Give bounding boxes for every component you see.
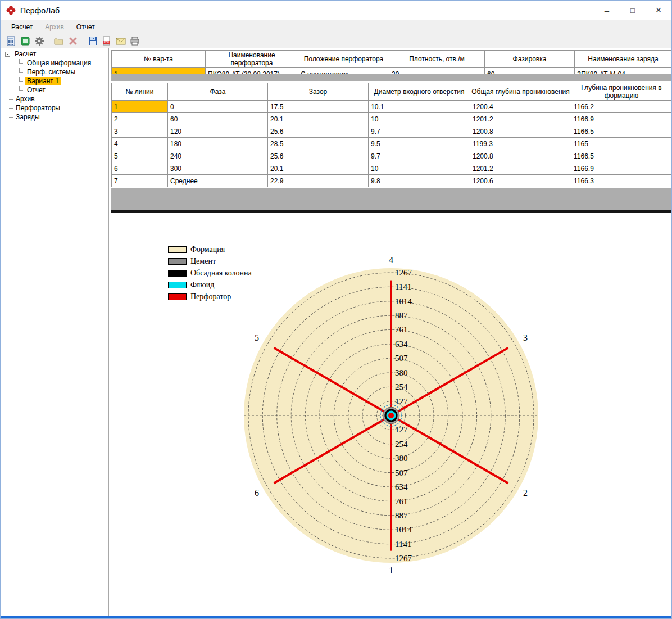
table-cell[interactable]: 9.7: [369, 150, 470, 162]
pdf-export-button[interactable]: PDF: [101, 35, 113, 47]
tree-item-label[interactable]: Вариант 1: [25, 77, 61, 85]
main-content: № вар-таНаименование перфоратораПоложени…: [109, 48, 672, 617]
table-cell[interactable]: 20.1: [268, 113, 369, 125]
table-cell[interactable]: 1199.3: [470, 138, 571, 150]
tree-item-label[interactable]: Перфораторы: [14, 104, 62, 112]
table-cell[interactable]: 1201.2: [470, 162, 571, 175]
table-cell[interactable]: 9.8: [369, 175, 470, 187]
svg-text:254: 254: [395, 440, 408, 449]
tree-item[interactable]: Общая информация: [1, 58, 108, 67]
tree-item[interactable]: Отчет: [1, 85, 108, 94]
table-cell[interactable]: 5: [112, 150, 168, 162]
legend-label: Флюид: [190, 281, 214, 290]
table-cell[interactable]: 1166.3: [571, 175, 672, 187]
column-header: Диаметр входного отверстия: [369, 83, 470, 101]
table-cell[interactable]: 20.1: [268, 162, 369, 175]
table-cell[interactable]: 25.6: [268, 125, 369, 138]
table-cell[interactable]: 9.5: [369, 138, 470, 150]
delete-x-button[interactable]: [67, 35, 79, 47]
table-cell[interactable]: Среднее: [168, 175, 268, 187]
table-cell[interactable]: 7: [112, 175, 168, 187]
tree-item[interactable]: Архив: [1, 94, 108, 103]
table-cell[interactable]: 10.1: [369, 101, 470, 113]
tree-item[interactable]: -Расчет: [1, 49, 108, 58]
tree-item-label[interactable]: Заряды: [14, 113, 42, 121]
chart-legend: ФормацияЦементОбсадная колоннаФлюидПерфо…: [168, 243, 252, 302]
svg-text:887: 887: [395, 511, 408, 520]
tree-item-label[interactable]: Архив: [14, 95, 37, 103]
table-cell[interactable]: 1166.2: [571, 101, 672, 113]
tree-collapse-box[interactable]: -: [5, 52, 10, 57]
tree-item[interactable]: Вариант 1: [1, 76, 108, 85]
svg-text:507: 507: [395, 354, 408, 363]
table-cell[interactable]: 25.6: [268, 150, 369, 162]
table-cell[interactable]: 1200.6: [470, 175, 571, 187]
column-header: Зазор: [268, 83, 369, 101]
table-cell[interactable]: 1200.4: [470, 101, 571, 113]
table-cell[interactable]: 1166.5: [571, 150, 672, 162]
save-diskette-button[interactable]: [87, 35, 99, 47]
svg-text:PDF: PDF: [104, 41, 109, 44]
table-cell[interactable]: 28.5: [268, 138, 369, 150]
table-cell[interactable]: 9.7: [369, 125, 470, 138]
legend-item: Цемент: [168, 255, 252, 267]
table-cell[interactable]: 22.9: [268, 175, 369, 187]
legend-item: Формация: [168, 243, 252, 255]
table-cell[interactable]: 1201.2: [470, 113, 571, 125]
table-cell[interactable]: 1166.5: [571, 125, 672, 138]
menu-item-otchet[interactable]: Отчет: [70, 21, 101, 33]
minimize-button[interactable]: –: [594, 1, 620, 20]
table-cell[interactable]: 120: [168, 125, 268, 138]
table-cell[interactable]: 10: [369, 162, 470, 175]
database-save-button[interactable]: [19, 35, 31, 47]
table-cell[interactable]: 1166.9: [571, 162, 672, 175]
svg-text:254: 254: [395, 382, 408, 391]
table-cell[interactable]: 180: [168, 138, 268, 150]
close-button[interactable]: ×: [646, 1, 671, 20]
navigation-panel: -РасчетОбщая информацияПерф. системыВари…: [1, 48, 109, 617]
table-cell[interactable]: 3: [112, 125, 168, 138]
column-header: Плотность, отв./м: [389, 51, 485, 68]
svg-text:3: 3: [523, 333, 528, 342]
table-cell[interactable]: 1165: [571, 138, 672, 150]
tree-item[interactable]: Заряды: [1, 112, 108, 121]
settings-gear-button[interactable]: [33, 35, 46, 47]
tree-item-label[interactable]: Общая информация: [25, 59, 93, 67]
table-cell[interactable]: 1200.8: [470, 125, 571, 138]
maximize-button[interactable]: □: [620, 1, 646, 20]
table-cell[interactable]: 17.5: [268, 101, 369, 113]
tree-item-label[interactable]: Отчет: [25, 86, 47, 94]
legend-swatch: [168, 246, 187, 253]
legend-label: Цемент: [190, 257, 216, 266]
svg-text:1267: 1267: [395, 268, 412, 277]
email-button[interactable]: [115, 35, 127, 47]
table-cell[interactable]: 300: [168, 162, 268, 175]
column-header: № линии: [112, 83, 168, 101]
table-cell[interactable]: 2: [112, 113, 168, 125]
toolbar: PDF: [1, 34, 671, 48]
column-header: Общая глубина проникновения: [470, 83, 571, 101]
tree-item-label[interactable]: Расчет: [13, 50, 38, 58]
tree-item[interactable]: Перф. системы: [1, 67, 108, 76]
table-cell[interactable]: 10: [369, 113, 470, 125]
table-cell[interactable]: 1166.9: [571, 113, 672, 125]
window-border-accent: [1, 616, 671, 618]
print-button[interactable]: [129, 35, 141, 47]
tree-item-label[interactable]: Перф. системы: [25, 68, 77, 76]
svg-text:1014: 1014: [395, 297, 412, 306]
table-cell[interactable]: 240: [168, 150, 268, 162]
table-cell[interactable]: 1: [112, 101, 168, 113]
table-cell[interactable]: 1200.8: [470, 150, 571, 162]
svg-text:1: 1: [389, 566, 393, 575]
table-cell[interactable]: 60: [168, 113, 268, 125]
menu-item-arhiv[interactable]: Архив: [39, 21, 70, 33]
table-cell[interactable]: 6: [112, 162, 168, 175]
menu-item-raschet[interactable]: Расчет: [5, 21, 39, 33]
calculator-button[interactable]: [5, 35, 17, 47]
tree-item[interactable]: Перфораторы: [1, 103, 108, 112]
table-cell[interactable]: 4: [112, 138, 168, 150]
column-header: Положение перфоратора: [298, 51, 389, 68]
open-folder-button[interactable]: [53, 35, 65, 47]
table-cell[interactable]: 0: [168, 101, 268, 113]
legend-swatch: [168, 282, 187, 288]
